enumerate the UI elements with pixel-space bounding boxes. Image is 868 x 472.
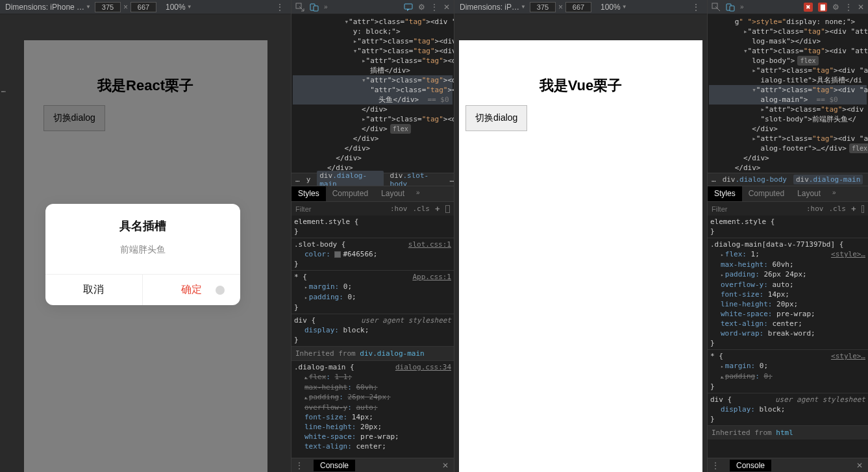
dom-line[interactable]: g" ">style="display: none;">: [709, 17, 867, 27]
dom-line[interactable]: ▸"attr">class="tag"><div "attr">class="d…: [293, 56, 453, 66]
modal-cancel-button[interactable]: 取消: [45, 275, 143, 305]
dimensions-dropdown[interactable]: Dimensions: iP…▼: [457, 3, 528, 12]
dom-line[interactable]: ▾"attr">class="tag"><div "attr">class="d…: [293, 46, 453, 56]
toggle-computed-icon[interactable]: [445, 205, 450, 213]
css-rule[interactable]: * {App.css:1▸margin: 0;▸padding: 0;}: [291, 270, 454, 314]
dom-line[interactable]: </div>: [709, 163, 867, 173]
dimensions-dropdown[interactable]: Dimensions: iPhone …▼: [3, 3, 93, 12]
elements-breadcrumb[interactable]: … div.dialog-body div.dialog-main: [708, 173, 868, 186]
device-icon[interactable]: [310, 3, 319, 12]
drawer-close-icon[interactable]: ✕: [437, 461, 454, 470]
hov-toggle[interactable]: :hov: [806, 205, 824, 213]
dom-line[interactable]: 头鱼</div> == $0: [293, 95, 453, 105]
toggle-computed-icon[interactable]: [862, 205, 864, 213]
gear-icon[interactable]: ⚙: [418, 3, 425, 12]
cls-toggle[interactable]: .cls: [413, 205, 430, 213]
elements-dom-tree[interactable]: ▾"attr">class="tag"><div "attr">class="d…: [291, 14, 454, 173]
styles-rules[interactable]: element.style {}.dialog-main[data-v-7713…: [708, 216, 868, 458]
console-tab[interactable]: Console: [314, 460, 355, 471]
console-tab[interactable]: Console: [730, 460, 771, 471]
css-rule[interactable]: div {user agent stylesheetdisplay: block…: [708, 393, 868, 425]
tab-styles[interactable]: Styles: [708, 186, 742, 201]
styles-filter-input[interactable]: [712, 205, 801, 213]
zoom-dropdown[interactable]: 100%▼: [163, 3, 195, 12]
new-rule-icon[interactable]: +: [851, 204, 856, 214]
message-icon[interactable]: [404, 3, 413, 12]
dom-line[interactable]: </div>flex: [293, 124, 453, 134]
css-rule[interactable]: div {user agent stylesheetdisplay: block…: [291, 314, 454, 346]
dom-line[interactable]: alog-footer">…</div>flex: [709, 143, 867, 153]
device-icon[interactable]: [726, 3, 735, 12]
width-input[interactable]: [530, 2, 556, 12]
dom-line[interactable]: </div>: [293, 105, 453, 114]
dom-line[interactable]: </div>: [293, 134, 453, 143]
tab-layout[interactable]: Layout: [791, 186, 827, 201]
tabs-more-icon[interactable]: »: [411, 186, 425, 201]
css-rule[interactable]: .slot-body {slot.css:1color: #646566;}: [291, 238, 454, 270]
more-icon[interactable]: ⋮: [845, 3, 852, 12]
more-icon[interactable]: ⋮: [430, 3, 438, 12]
dom-line[interactable]: y: block;">: [293, 27, 453, 36]
more-icon[interactable]: ⋮: [271, 2, 288, 12]
styles-rules[interactable]: element.style {}.slot-body {slot.css:1co…: [291, 216, 454, 458]
dom-line[interactable]: ▾"attr">class="tag"><div "attr">class="d…: [293, 17, 453, 27]
drawer-close-icon[interactable]: ✕: [851, 461, 868, 470]
dom-line[interactable]: 插槽</div>: [293, 66, 453, 75]
close-icon[interactable]: ✕: [443, 3, 450, 12]
dom-line[interactable]: ialog-title">具名插槽</di: [709, 75, 867, 85]
dom-line[interactable]: …"attr">class="tag"><div "attr">class="s…: [293, 85, 453, 95]
dom-line[interactable]: ▾"attr">class="tag"><div "attr">data-v-7…: [709, 46, 867, 56]
toggle-dialog-button[interactable]: 切换dialog: [465, 105, 527, 131]
dom-line[interactable]: </div>: [709, 124, 867, 134]
dom-line[interactable]: </div>: [709, 153, 867, 163]
gear-icon[interactable]: ⚙: [832, 3, 839, 12]
tab-layout[interactable]: Layout: [375, 186, 411, 201]
height-input[interactable]: [565, 2, 591, 12]
cls-toggle[interactable]: .cls: [829, 205, 847, 213]
dom-line[interactable]: ▸"attr">class="tag"><div "attr">data-v-7…: [709, 134, 867, 143]
new-rule-icon[interactable]: +: [435, 204, 440, 214]
width-input[interactable]: [95, 2, 121, 12]
chevron-right-icon[interactable]: »: [324, 3, 328, 10]
tab-computed[interactable]: Computed: [742, 186, 791, 201]
left-devtools-pane: » ⚙ ⋮ ✕ ▾"attr">class="tag"><div "attr">…: [291, 0, 454, 472]
dom-line[interactable]: ▾"attr">class="tag"><div "attr">class="d…: [293, 75, 453, 85]
css-rule[interactable]: * {<style>…▸margin: 0;▸padding: 0;}: [708, 349, 868, 393]
zoom-dropdown[interactable]: 100%▼: [598, 3, 630, 12]
drawer-handle-icon[interactable]: ⋮: [291, 461, 307, 470]
dom-line[interactable]: </div>: [293, 153, 453, 163]
elements-dom-tree[interactable]: g" ">style="display: none;"> ▸"attr">cla…: [708, 14, 868, 173]
inspect-icon[interactable]: [295, 3, 304, 12]
css-rule[interactable]: element.style {}: [291, 216, 454, 238]
issues-badge[interactable]: ▇: [818, 3, 827, 12]
css-rule[interactable]: element.style {}: [708, 216, 868, 238]
dom-line[interactable]: …▾"attr">class="tag"><div "attr">data-v-…: [709, 85, 867, 95]
dom-line[interactable]: ▸"attr">class="tag"><div "attr">class="d…: [293, 36, 453, 46]
dom-line[interactable]: log-body">flex: [709, 56, 867, 66]
dom-line[interactable]: "slot-body">前端胖头鱼</: [709, 114, 867, 124]
drawer-handle-icon[interactable]: ⋮: [708, 461, 723, 470]
dom-line[interactable]: ▸"attr">class="tag"><div "attr">data-v-7…: [709, 27, 867, 36]
tab-computed[interactable]: Computed: [326, 186, 375, 201]
inspect-icon[interactable]: [712, 3, 721, 12]
elements-breadcrumb[interactable]: … y div.dialog-main div.slot-body …: [291, 173, 454, 186]
styles-filter-bar: :hov .cls +: [708, 201, 868, 216]
tab-styles[interactable]: Styles: [291, 186, 326, 201]
more-icon[interactable]: ⋮: [688, 2, 704, 12]
chevron-right-icon[interactable]: »: [740, 3, 744, 10]
height-input[interactable]: [130, 2, 156, 12]
css-rule[interactable]: .dialog-main {dialog.css:34▸flex: 1 1;ma…: [291, 360, 454, 453]
hov-toggle[interactable]: :hov: [390, 205, 408, 213]
close-icon[interactable]: ✕: [858, 3, 864, 12]
dom-line[interactable]: ▸"attr">class="tag"><div "attr">data-v-7…: [709, 66, 867, 75]
dom-line[interactable]: ▸"attr">class="tag"><div "attr">class="d…: [293, 114, 453, 124]
tabs-more-icon[interactable]: »: [827, 186, 841, 201]
styles-filter-input[interactable]: [295, 205, 385, 213]
dom-line[interactable]: ▸"attr">class="tag"><div "attr">data-v-7…: [709, 105, 867, 114]
css-rule[interactable]: .dialog-main[data-v-771397bd] {<style>…▸…: [708, 238, 868, 349]
dom-line[interactable]: </div>: [293, 143, 453, 153]
dom-line[interactable]: log-mask"></div>: [709, 36, 867, 46]
modal-ok-button[interactable]: 确定: [143, 275, 240, 305]
dom-line[interactable]: alog-main"> == $0: [709, 95, 867, 105]
error-badge[interactable]: ✖: [804, 3, 813, 12]
